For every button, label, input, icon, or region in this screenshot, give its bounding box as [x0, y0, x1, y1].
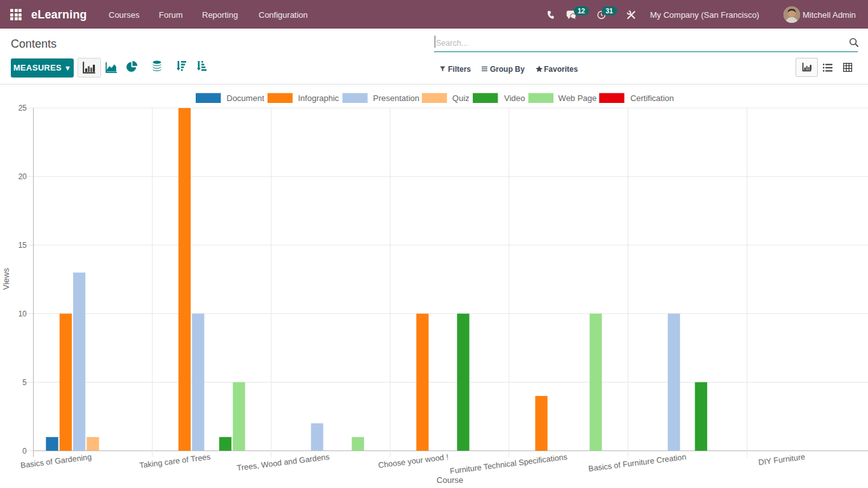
svg-text:Document: Document	[227, 93, 265, 103]
svg-text:Course: Course	[437, 475, 463, 485]
svg-text:5: 5	[22, 378, 27, 387]
svg-text:Web Page: Web Page	[559, 93, 597, 103]
svg-text:Views: Views	[1, 268, 11, 290]
svg-text:DIY Furniture: DIY Furniture	[758, 452, 806, 467]
svg-text:Choose your wood !: Choose your wood !	[377, 452, 449, 470]
svg-text:Certification: Certification	[630, 93, 674, 103]
svg-text:Video: Video	[504, 93, 525, 103]
svg-text:Taking care of Trees: Taking care of Trees	[139, 452, 211, 470]
svg-text:Quiz: Quiz	[452, 93, 470, 103]
svg-text:Furniture Technical Specificat: Furniture Technical Specifications	[449, 452, 567, 476]
svg-text:Trees, Wood and Gardens: Trees, Wood and Gardens	[236, 452, 330, 473]
svg-text:0: 0	[22, 447, 27, 456]
svg-text:10: 10	[18, 309, 27, 318]
svg-text:20: 20	[18, 172, 27, 181]
svg-text:Infographic: Infographic	[298, 93, 339, 103]
svg-text:Basics of Furniture Creation: Basics of Furniture Creation	[588, 452, 687, 473]
svg-text:25: 25	[18, 104, 27, 112]
svg-text:Basics of Gardening: Basics of Gardening	[20, 452, 92, 470]
svg-text:Presentation: Presentation	[373, 93, 419, 103]
svg-text:15: 15	[18, 241, 27, 250]
